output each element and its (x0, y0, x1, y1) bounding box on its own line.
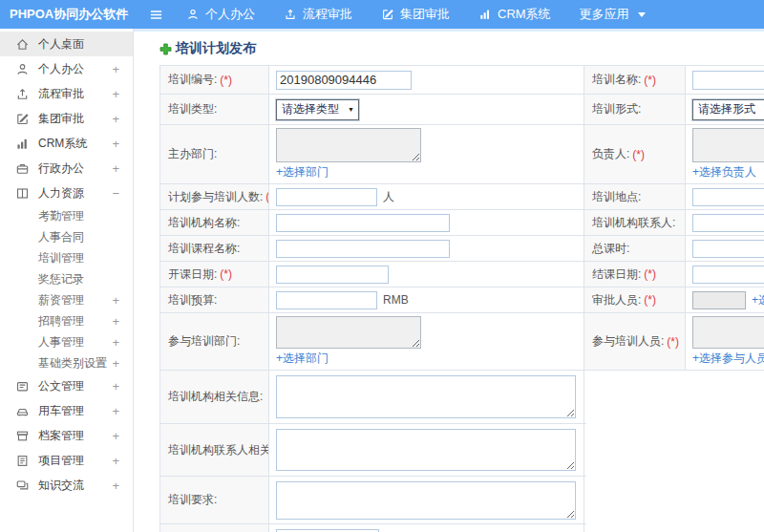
training-requirements-textarea[interactable] (276, 481, 576, 520)
sidebar-item-knowledge[interactable]: 知识交流 + (0, 473, 133, 498)
field-label: 培训机构联系人相关信息: (168, 442, 269, 458)
sidebar-item-crm[interactable]: CRM系统 + (0, 131, 133, 156)
training-location-input[interactable] (692, 188, 764, 206)
sidebar-item-recruitment[interactable]: 招聘管理 + (0, 310, 133, 331)
chat-bubbles-icon (15, 479, 30, 493)
form-row: 开课日期: (*) 结课日期: (*) (160, 262, 764, 287)
select-value: 请选择形式 (698, 101, 755, 117)
participants-count-input[interactable] (276, 188, 377, 206)
hamburger-menu-icon[interactable] (149, 8, 163, 22)
sidebar-item-rewards[interactable]: 奖惩记录 (0, 268, 133, 289)
home-icon (15, 37, 30, 52)
clipboard-icon (15, 454, 30, 468)
app-logo[interactable]: PHPOA协同办公软件 (0, 6, 134, 23)
training-form-select[interactable]: 请选择形式 ▼ (692, 99, 764, 120)
total-hours-input[interactable] (692, 240, 764, 258)
field-label-cell: 培训地点: (584, 184, 686, 209)
field-label-cell: 培训预算: (160, 287, 269, 312)
sidebar-item-vehicle[interactable]: 用车管理 + (0, 398, 133, 423)
training-type-select[interactable]: 请选择类型 ▼ (276, 99, 359, 120)
field-cell (269, 210, 584, 235)
chevron-down-icon (638, 12, 646, 17)
field-label-cell: 参与培训人员: (*) (584, 313, 686, 370)
bar-chart-icon (478, 8, 492, 21)
field-label: 培训形式: (592, 101, 641, 117)
org-name-input[interactable] (276, 214, 450, 232)
form-row: 培训类型: 请选择类型 ▼ 培训形式: 请选择形式 ▼ (160, 95, 764, 125)
sidebar-item-hr[interactable]: 人力资源 − (0, 181, 133, 205)
participating-dept-textarea[interactable] (276, 316, 421, 349)
field-label: 培训地点: (592, 189, 641, 205)
org-contact-info-textarea[interactable] (276, 429, 576, 471)
select-approver-link[interactable]: +选择审批人员 (752, 292, 764, 309)
participants-textarea[interactable] (692, 316, 764, 349)
main-content: 培训计划发布 培训编号: (*) 培训名称: (*) 培训类型: (134, 29, 764, 532)
sidebar-item-salary[interactable]: 薪资管理 + (0, 289, 133, 310)
export-arrow-icon (15, 87, 30, 101)
leader-textarea[interactable] (692, 128, 764, 162)
approver-input[interactable] (692, 291, 746, 309)
sidebar-item-attendance[interactable]: 考勤管理 (0, 205, 133, 226)
sidebar-item-process-approval[interactable]: 流程审批 + (0, 81, 133, 106)
field-label: 培训机构联系人: (592, 215, 675, 231)
sidebar-item-archive[interactable]: 档案管理 + (0, 423, 133, 448)
field-label-cell: 负责人: (*) (584, 125, 686, 183)
field-cell: +选择参与人员 (686, 313, 764, 370)
start-date-input[interactable] (276, 266, 389, 284)
sidebar-item-personal-office[interactable]: 个人办公 + (0, 56, 133, 81)
required-mark: (*) (644, 267, 656, 281)
field-cell (269, 236, 584, 261)
nav-process-approval[interactable]: 流程审批 (284, 6, 352, 23)
sidebar-item-personnel[interactable]: 人事管理 + (0, 331, 133, 352)
user-icon (15, 62, 30, 76)
nav-label: 个人办公 (205, 6, 255, 23)
sidebar-item-hr-contract[interactable]: 人事合同 (0, 226, 133, 247)
field-cell: +选择负责人 (686, 125, 764, 183)
form-row: 培训编号: (*) 培训名称: (*) (160, 66, 764, 95)
select-participants-link[interactable]: +选择参与人员 (692, 351, 764, 367)
sidebar-item-training[interactable]: 培训管理 (0, 247, 133, 268)
budget-input[interactable] (276, 291, 377, 309)
page-title-row: 培训计划发布 (159, 40, 764, 57)
form-row: 培训机构名称: 培训机构联系人: (160, 210, 764, 236)
org-contact-input[interactable] (692, 214, 764, 232)
nav-group-approval[interactable]: 集团审批 (381, 6, 450, 23)
field-label-cell: 结课日期: (*) (584, 262, 686, 287)
nav-more-apps[interactable]: 更多应用 (580, 6, 646, 23)
host-dept-textarea[interactable] (276, 128, 421, 162)
select-leader-link[interactable]: +选择负责人 (692, 164, 756, 181)
attachment-input[interactable] (276, 529, 379, 532)
select-arrow-icon: ▼ (348, 106, 354, 113)
sidebar-item-group-approval[interactable]: 集团审批 + (0, 106, 133, 131)
field-label: 培训机构名称: (168, 215, 240, 231)
training-name-input[interactable] (692, 71, 764, 90)
field-label-cell: 开课日期: (*) (160, 262, 269, 287)
sidebar-item-admin-office[interactable]: 行政办公 + (0, 156, 133, 181)
training-plan-form: 培训编号: (*) 培训名称: (*) 培训类型: 请选择类型 ▼ (159, 65, 764, 532)
sidebar-item-document[interactable]: 公文管理 + (0, 373, 133, 398)
sidebar-item-base-category[interactable]: 基础类别设置 + (0, 352, 133, 373)
training-no-input[interactable] (276, 71, 412, 90)
nav-label: 集团审批 (400, 6, 450, 23)
briefcase-icon (15, 161, 30, 176)
select-dept-link[interactable]: +选择部门 (276, 351, 329, 367)
form-row: 计划参与培训人数: (*) 人 培训地点: (160, 184, 764, 210)
select-dept-link[interactable]: +选择部门 (276, 164, 329, 181)
field-cell: +选择部门 (269, 313, 584, 370)
field-label-cell: 审批人员: (*) (584, 287, 686, 312)
field-label-cell: 培训机构名称: (160, 210, 269, 235)
sidebar-item-personal-desktop[interactable]: 个人桌面 (0, 32, 133, 56)
field-label-cell: 主办部门: (160, 125, 269, 183)
sidebar-item-project[interactable]: 项目管理 + (0, 448, 133, 473)
required-mark: (*) (667, 335, 679, 349)
field-cell: +选择审批人员 (686, 287, 764, 312)
end-date-input[interactable] (692, 266, 764, 284)
user-icon (186, 8, 200, 21)
nav-personal-office[interactable]: 个人办公 (186, 6, 255, 23)
export-arrow-icon (284, 8, 297, 21)
edit-pen-icon (15, 112, 30, 126)
nav-label: CRM系统 (498, 6, 551, 23)
org-info-textarea[interactable] (276, 375, 576, 418)
nav-crm[interactable]: CRM系统 (478, 6, 551, 23)
course-name-input[interactable] (276, 240, 450, 258)
